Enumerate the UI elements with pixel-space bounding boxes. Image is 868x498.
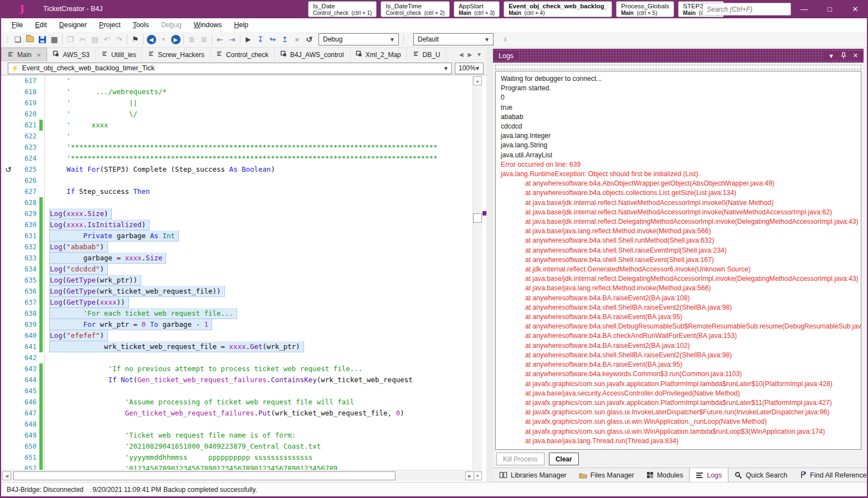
breakpoint-margin[interactable] — [1, 153, 18, 164]
code-editor[interactable]: 617 '618 ' .../webrequests/*619 ' ||620 … — [1, 75, 486, 470]
breakpoint-margin[interactable] — [1, 75, 18, 86]
breakpoint-margin[interactable] — [1, 363, 18, 374]
breakpoint-margin[interactable] — [1, 86, 18, 97]
step-over-icon[interactable]: ↬ — [266, 33, 279, 45]
close-tab-icon[interactable]: ✕ — [37, 52, 41, 58]
save-icon[interactable] — [36, 33, 48, 45]
breakpoint-margin[interactable] — [1, 441, 18, 452]
breakpoint-margin[interactable] — [1, 208, 18, 219]
breakpoint-margin[interactable] — [1, 186, 18, 197]
menu-windows[interactable]: Windows — [188, 19, 228, 30]
pin-icon[interactable] — [841, 52, 846, 59]
menu-edit[interactable]: Edit — [29, 19, 53, 30]
close-button[interactable]: ✕ — [843, 0, 868, 18]
kill-process-button[interactable]: Kill Process — [496, 453, 545, 465]
search-input[interactable] — [703, 6, 796, 13]
breakpoint-margin[interactable] — [1, 264, 18, 275]
breakpoint-margin[interactable] — [1, 242, 18, 253]
breakpoint-margin[interactable] — [1, 330, 18, 341]
layout-variant-combo[interactable]: Default ▼ — [413, 33, 494, 45]
module-tab-utilit_ies[interactable]: Utilit_ies — [96, 48, 142, 61]
minimize-button[interactable]: — — [792, 0, 817, 18]
cut-icon[interactable]: ✂ — [76, 33, 89, 45]
close-panel-icon[interactable]: ✕ — [853, 52, 858, 59]
export-zip-icon[interactable]: ▦ — [48, 33, 60, 45]
search-box[interactable] — [702, 3, 791, 16]
event-selector-combo[interactable]: ⚡ Event_obj_check_web_backlog_timer_Tick… — [8, 63, 452, 74]
quick-tab-event_obj_check_web_backlog_ti[interactable]: Event_obj_check_web_backlog_tiMain (ctrl… — [504, 1, 612, 17]
breakpoint-margin[interactable] — [1, 175, 18, 186]
maximize-button[interactable]: □ — [817, 0, 843, 18]
tab-scroll-left-icon[interactable]: ◀ — [459, 52, 464, 58]
breakpoint-margin[interactable] — [1, 397, 18, 408]
tool-tab-libraries-manager[interactable]: Libraries Manager — [493, 468, 573, 482]
breakpoint-margin[interactable] — [1, 386, 18, 397]
tab-scroll-right-icon[interactable]: ▶ — [468, 52, 472, 58]
tool-tab-find-all-references-f7-[interactable]: Find All References (F7) — [793, 468, 868, 482]
module-tab-xml_2_map[interactable]: Xml_2_Map — [350, 48, 407, 61]
breakpoint-margin[interactable]: ↺ — [1, 164, 18, 175]
clear-button[interactable]: Clear — [549, 453, 579, 465]
module-tab-screw_hackers[interactable]: Screw_Hackers — [142, 48, 210, 61]
step-out-icon[interactable]: ↥ — [279, 33, 291, 45]
tool-tab-modules[interactable]: Modules — [640, 468, 689, 482]
panel-menu-caret-icon[interactable]: ▼ — [828, 53, 834, 59]
scroll-up-icon[interactable]: ▲ — [473, 76, 482, 85]
tool-tab-quick-search[interactable]: Quick Search — [728, 468, 793, 482]
horizontal-scroll-thumb[interactable] — [13, 471, 396, 480]
breakpoint-margin[interactable] — [1, 230, 18, 242]
navigate-forward-icon[interactable]: ▶ — [170, 33, 182, 45]
breakpoint-margin[interactable] — [1, 253, 18, 264]
breakpoint-margin[interactable] — [1, 374, 18, 386]
stop-icon[interactable]: ■ — [291, 33, 303, 45]
redo-icon[interactable]: ↷ — [113, 33, 125, 45]
module-tab-control_check[interactable]: Control_check — [210, 48, 275, 61]
menu-help[interactable]: Help — [228, 19, 254, 30]
paste-icon[interactable]: ▤ — [89, 33, 101, 45]
menu-file[interactable]: File — [6, 19, 29, 30]
breakpoint-margin[interactable] — [1, 142, 18, 153]
vertical-scroll-thumb[interactable] — [473, 213, 482, 223]
run-icon[interactable]: ▶ — [242, 33, 254, 45]
indent-icon[interactable]: ⇥ — [226, 33, 238, 45]
breakpoint-margin[interactable] — [1, 219, 18, 230]
breakpoint-margin[interactable] — [1, 341, 18, 352]
breakpoint-margin[interactable] — [1, 286, 18, 297]
logs-filter-strip[interactable] — [495, 65, 861, 69]
logs-output[interactable]: Waiting for debugger to connect...Progra… — [495, 71, 861, 450]
tool-tab-files-manager[interactable]: Files Manager — [573, 468, 640, 482]
breakpoint-margin[interactable] — [1, 319, 18, 330]
editor-vertical-scrollbar[interactable]: ▲ ▼ — [472, 76, 482, 481]
module-tab-aws_s3[interactable]: AWS_S3 — [47, 48, 95, 61]
module-tab-main[interactable]: Main✕ — [1, 48, 47, 61]
tab-list-icon[interactable]: ▼ — [476, 52, 482, 58]
outdent-icon[interactable]: ⇤ — [214, 33, 226, 45]
undo-icon[interactable]: ↶ — [101, 33, 113, 45]
quick-tab-process_globals[interactable]: Process_GlobalsMain (ctrl + 5) — [616, 1, 674, 17]
quick-tab-is_datetime[interactable]: Is_DateTimeControl_check (ctrl + 2) — [381, 1, 449, 17]
breakpoint-margin[interactable] — [1, 197, 18, 208]
editor-zoom-combo[interactable]: 100% ▼ — [455, 63, 484, 74]
pane-splitter[interactable] — [486, 48, 493, 482]
toolbar-overflow-icon[interactable]: ⇟ — [499, 33, 511, 45]
editor-horizontal-scrollbar[interactable]: ◀ ▶ — [1, 470, 475, 481]
scroll-right-icon[interactable]: ▶ — [465, 471, 474, 480]
build-configuration-combo[interactable]: Debug ▼ — [319, 33, 399, 45]
step-into-icon[interactable]: ↧ — [254, 33, 266, 45]
module-tab-b4j_aws_control[interactable]: B4J_AWS_control — [275, 48, 350, 61]
breakpoint-margin[interactable] — [1, 131, 18, 142]
breakpoint-margin[interactable] — [1, 109, 18, 120]
breakpoint-margin[interactable] — [1, 97, 18, 109]
breakpoint-margin[interactable] — [1, 308, 18, 319]
breakpoint-margin[interactable] — [1, 430, 18, 441]
breakpoint-margin[interactable] — [1, 419, 18, 430]
tool-tab-logs[interactable]: Logs — [689, 468, 728, 482]
new-file-icon[interactable]: ❏ — [12, 33, 24, 45]
copy-icon[interactable]: ❐ — [64, 33, 76, 45]
breakpoint-margin[interactable] — [1, 463, 18, 470]
breakpoint-margin[interactable] — [1, 408, 18, 419]
rebuild-icon[interactable]: ↺ — [303, 33, 315, 45]
navigate-back-icon[interactable]: ◀ — [145, 33, 157, 45]
menu-debug[interactable]: Debug — [155, 19, 188, 30]
menu-project[interactable]: Project — [93, 19, 127, 30]
